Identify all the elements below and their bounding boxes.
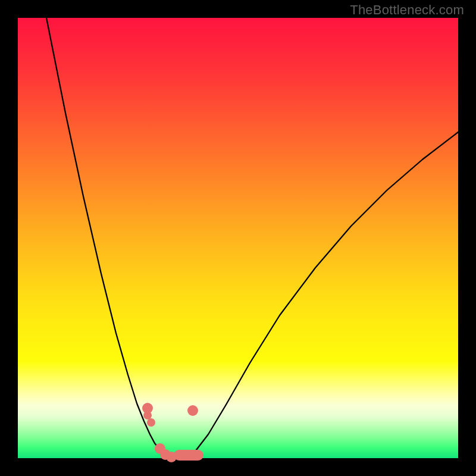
chart-svg <box>18 18 458 458</box>
series-group <box>46 18 458 458</box>
marker-group <box>142 403 203 462</box>
plot-area <box>18 18 458 458</box>
series-curve-left <box>46 18 168 457</box>
dot-right-1 <box>187 405 198 416</box>
dot-left-2 <box>143 411 152 419</box>
bar-bottom <box>174 450 203 461</box>
dot-left-3 <box>147 418 155 427</box>
chart-frame: TheBottleneck.com <box>0 0 476 476</box>
watermark-text: TheBottleneck.com <box>350 2 464 18</box>
series-curve-right <box>188 132 458 457</box>
